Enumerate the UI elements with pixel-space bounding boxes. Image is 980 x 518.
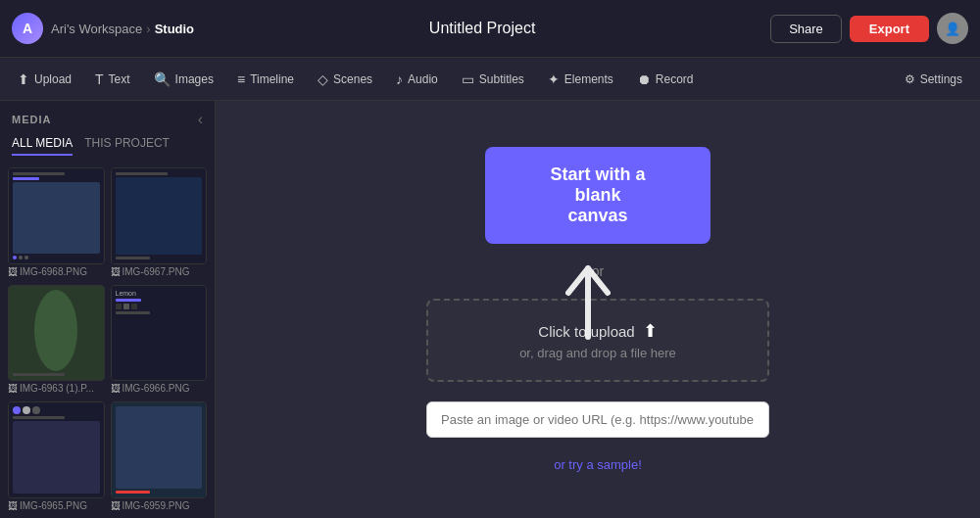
subtitles-tool[interactable]: ▭ Subtitles <box>452 67 534 92</box>
media-name: 🖼IMG-6967.PNG <box>111 264 208 279</box>
subtitles-icon: ▭ <box>462 71 474 87</box>
share-button[interactable]: Share <box>770 15 842 43</box>
text-tool[interactable]: T Text <box>85 67 140 92</box>
text-icon: T <box>95 71 104 87</box>
media-thumbnail: Lemon <box>111 285 208 382</box>
media-name: 🖼IMG-6968.PNG <box>8 264 105 279</box>
upload-drop-icon: ⬆ <box>643 320 658 342</box>
list-item[interactable]: 🖼IMG-6967.PNG <box>111 167 208 279</box>
media-thumbnail <box>111 167 208 264</box>
record-tool[interactable]: ⏺ Record <box>627 67 704 92</box>
list-item[interactable]: Lemon 🖼IMG-6966.PNG <box>111 285 208 397</box>
url-input[interactable] <box>426 401 769 438</box>
export-button[interactable]: Export <box>850 16 929 42</box>
breadcrumb-sep: › <box>146 22 150 36</box>
images-icon: 🔍 <box>154 71 171 87</box>
list-item[interactable]: 🖼IMG-6963 (1).P... <box>8 285 105 397</box>
timeline-tool[interactable]: ≡ Timeline <box>227 67 304 92</box>
logo-avatar: A <box>12 13 43 44</box>
studio-label: Studio <box>155 22 194 36</box>
media-thumbnail <box>8 285 105 382</box>
topbar: A Ari's Workspace › Studio Untitled Proj… <box>0 0 980 58</box>
elements-icon: ✦ <box>548 71 560 87</box>
sidebar-header: MEDIA ‹ <box>0 101 215 132</box>
images-tool[interactable]: 🔍 Images <box>144 67 223 92</box>
canvas-area: Start with a blank canvas or Click to up… <box>216 101 980 518</box>
upload-icon: ⬆ <box>18 71 29 87</box>
list-item[interactable]: 🖼IMG-6959.PNG <box>111 401 208 513</box>
media-grid: 🖼IMG-6968.PNG 🖼IMG-6967.PNG <box>0 164 215 518</box>
audio-icon: ♪ <box>396 71 403 87</box>
record-icon: ⏺ <box>637 71 651 87</box>
workspace-link[interactable]: Ari's Workspace <box>51 22 142 36</box>
upload-label: Upload <box>34 72 72 86</box>
list-item[interactable]: 🖼IMG-6968.PNG <box>8 167 105 279</box>
topbar-actions: Share Export 👤 <box>770 13 968 44</box>
elements-label: Elements <box>564 72 613 86</box>
user-avatar[interactable]: 👤 <box>937 13 968 44</box>
sidebar-tabs: ALL MEDIA THIS PROJECT <box>0 132 215 164</box>
media-name: 🖼IMG-6965.PNG <box>8 498 105 513</box>
sidebar-collapse-button[interactable]: ‹ <box>198 111 203 128</box>
media-name: 🖼IMG-6959.PNG <box>111 498 208 513</box>
scenes-tool[interactable]: ◇ Scenes <box>308 67 382 92</box>
scenes-label: Scenes <box>333 72 372 86</box>
tab-all-media[interactable]: ALL MEDIA <box>12 136 73 156</box>
settings-label: Settings <box>920 72 962 86</box>
settings-icon: ⚙ <box>905 72 915 86</box>
list-item[interactable]: 🖼IMG-6965.PNG <box>8 401 105 513</box>
text-label: Text <box>109 72 130 86</box>
project-title[interactable]: Untitled Project <box>202 20 762 37</box>
timeline-label: Timeline <box>250 72 294 86</box>
images-label: Images <box>175 72 214 86</box>
settings-tool[interactable]: ⚙ Settings <box>895 68 972 91</box>
tab-this-project[interactable]: THIS PROJECT <box>84 136 170 156</box>
record-label: Record <box>656 72 694 86</box>
audio-tool[interactable]: ♪ Audio <box>386 67 448 92</box>
timeline-icon: ≡ <box>237 71 245 87</box>
scenes-icon: ◇ <box>318 71 328 87</box>
elements-tool[interactable]: ✦ Elements <box>538 67 623 92</box>
try-sample-link[interactable]: or try a sample! <box>554 457 642 472</box>
media-thumbnail <box>8 401 105 498</box>
media-thumbnail <box>111 401 208 498</box>
subtitles-label: Subtitles <box>479 72 524 86</box>
start-blank-button[interactable]: Start with a blank canvas <box>485 147 710 244</box>
audio-label: Audio <box>408 72 438 86</box>
toolbar: ⬆ Upload T Text 🔍 Images ≡ Timeline ◇ Sc… <box>0 58 980 101</box>
media-name: 🖼IMG-6963 (1).P... <box>8 381 105 396</box>
media-thumbnail <box>8 167 105 264</box>
url-input-wrap <box>426 401 769 438</box>
upload-arrow <box>559 259 617 360</box>
upload-tool[interactable]: ⬆ Upload <box>8 67 81 92</box>
sidebar-title: MEDIA <box>12 114 51 125</box>
media-name: 🖼IMG-6966.PNG <box>111 381 208 396</box>
main-content: MEDIA ‹ ALL MEDIA THIS PROJECT 🖼IMG-6968… <box>0 101 980 518</box>
breadcrumb: Ari's Workspace › Studio <box>51 22 194 36</box>
sidebar: MEDIA ‹ ALL MEDIA THIS PROJECT 🖼IMG-6968… <box>0 101 216 518</box>
